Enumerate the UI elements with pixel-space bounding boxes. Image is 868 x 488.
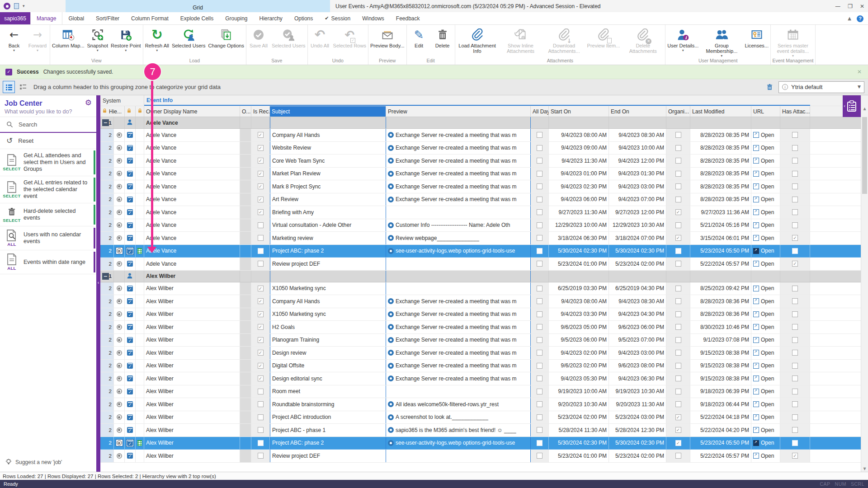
side-panel-tab[interactable]: ‹ — [843, 95, 861, 117]
cell-preview[interactable]: Exchange Server re-created a meeting tha… — [386, 347, 531, 359]
cell-all-day[interactable] — [531, 129, 549, 141]
cell-last-modified[interactable]: 9/15/2023 08:38 PM — [690, 372, 751, 385]
cell-subject[interactable]: Design editorial sync — [270, 372, 386, 385]
open-link-icon[interactable] — [753, 389, 759, 394]
scroll-down-icon[interactable]: ▼ — [863, 467, 866, 471]
cell-subject[interactable]: Art Review — [270, 193, 386, 206]
is-recurring-checkbox[interactable] — [258, 197, 264, 202]
event-row[interactable]: 2✓Alex WilberRoundtable brainstormingAll… — [100, 398, 868, 411]
open-link-icon[interactable] — [753, 337, 759, 343]
cell-start-on[interactable]: 9/5/2023 06:00 PM — [549, 334, 609, 347]
row-calendar-cell[interactable]: ✓ — [125, 142, 136, 155]
all-day-checkbox[interactable] — [537, 414, 542, 420]
scroll-up-icon[interactable]: ▲ — [863, 107, 866, 111]
cell-is-recurring[interactable] — [251, 398, 270, 411]
cell-preview[interactable]: Customer Info -------------------- Name:… — [386, 219, 531, 232]
open-link-icon[interactable] — [753, 158, 759, 164]
cell-start-on[interactable]: 9/20/2023 10:30 AM — [549, 398, 609, 411]
has-attachments-checkbox[interactable] — [792, 222, 798, 228]
cell-o[interactable] — [240, 360, 251, 372]
cell-preview[interactable] — [386, 385, 531, 398]
row-calendar-cell[interactable]: ✓ — [125, 282, 136, 295]
selected-users-button[interactable]: Selected Users — [170, 25, 207, 48]
cell-has-attachments[interactable] — [780, 155, 810, 167]
cell-url[interactable]: Open — [751, 232, 780, 244]
is-recurring-checkbox[interactable] — [258, 222, 264, 228]
cell-organizer[interactable] — [666, 321, 690, 333]
band-system[interactable]: System — [100, 95, 144, 106]
expand-panel-icon[interactable]: ‹ — [844, 104, 845, 108]
is-recurring-checkbox[interactable] — [258, 145, 264, 151]
has-attachments-checkbox[interactable] — [792, 440, 798, 446]
has-attachments-checkbox[interactable] — [792, 158, 798, 164]
cell-url[interactable]: Open — [751, 129, 780, 141]
open-link-icon[interactable] — [753, 197, 759, 202]
cell-end-on[interactable]: 9/6/2023 06:00 PM — [609, 321, 666, 333]
cell-last-modified[interactable]: 3/15/2024 06:01 PM — [690, 232, 751, 244]
row-calendar-cell[interactable]: ✓ — [125, 129, 136, 141]
cell-preview[interactable]: A screenshot to look at.____________ — [386, 411, 531, 424]
vertical-scrollbar[interactable]: ▲ ▼ — [861, 95, 868, 472]
hierarchy-level-cell[interactable]: 2 — [100, 219, 114, 232]
row-type-cell[interactable] — [114, 232, 125, 244]
is-recurring-checkbox[interactable] — [258, 401, 264, 407]
cell-has-attachments[interactable] — [780, 129, 810, 141]
cell-all-day[interactable] — [531, 180, 549, 193]
row-calendar-cell[interactable]: ✓ — [125, 219, 136, 232]
cell-url[interactable]: Open — [751, 142, 780, 155]
collapse-sidebar-icon[interactable]: ‹ — [96, 280, 100, 285]
column-header-hierhead[interactable]: Hie... — [100, 106, 125, 117]
cell-owner[interactable]: Alex Wilber — [144, 450, 240, 462]
has-attachments-checkbox[interactable] — [792, 389, 798, 394]
row-calendar-cell[interactable]: ✓ — [125, 372, 136, 385]
cell-has-attachments[interactable] — [780, 308, 810, 321]
row-type-cell[interactable] — [114, 258, 125, 270]
organizer-checkbox[interactable] — [675, 440, 681, 446]
column-header-preview[interactable]: Preview — [386, 106, 531, 117]
row-type-cell[interactable] — [114, 360, 125, 372]
organizer-checkbox[interactable] — [675, 235, 681, 241]
cell-is-recurring[interactable] — [251, 232, 270, 244]
is-recurring-checkbox[interactable] — [258, 183, 264, 189]
row-type-cell[interactable] — [114, 334, 125, 347]
cell-end-on[interactable]: 9/27/2023 12:00 PM — [609, 206, 666, 219]
job-item-hard-delete-selected-events[interactable]: SELECTHard-delete selected events — [0, 203, 96, 226]
all-day-checkbox[interactable] — [537, 401, 542, 407]
row-state-cell[interactable] — [136, 245, 144, 258]
cell-all-day[interactable] — [531, 411, 549, 424]
event-row[interactable]: 2✓Alex WilberProject ABC introductionA s… — [100, 411, 868, 424]
cell-o[interactable] — [240, 129, 251, 141]
open-link-icon[interactable] — [753, 248, 759, 254]
collapse-group-icon[interactable]: − — [102, 273, 109, 280]
cell-url[interactable]: Open — [751, 282, 780, 295]
cell-organizer[interactable] — [666, 206, 690, 219]
cell-is-recurring[interactable] — [251, 180, 270, 193]
cell-owner[interactable]: Alex Wilber — [144, 360, 240, 372]
owner-group-row[interactable]: −1Adele Vance — [100, 117, 868, 129]
cell-organizer[interactable] — [666, 168, 690, 180]
cell-start-on[interactable]: 5/28/2024 11:30 AM — [549, 424, 609, 436]
tab-sort-filter[interactable]: Sort/Filter — [90, 12, 125, 24]
cell-preview[interactable]: see-user-activity-logs.webp options-grid… — [386, 245, 531, 258]
cell-url[interactable]: Open — [751, 321, 780, 333]
has-attachments-checkbox[interactable] — [792, 248, 798, 254]
cell-has-attachments[interactable] — [780, 424, 810, 436]
cell-start-on[interactable]: 9/4/2023 08:00 AM — [549, 295, 609, 308]
cell-subject[interactable]: Digital Offsite — [270, 360, 386, 372]
open-link-icon[interactable] — [753, 375, 759, 381]
cell-all-day[interactable] — [531, 142, 549, 155]
event-row[interactable]: 2✓Alex WilberDigital OffsiteExchange Ser… — [100, 360, 868, 373]
cell-all-day[interactable] — [531, 398, 549, 411]
has-attachments-checkbox[interactable] — [792, 145, 798, 151]
cell-organizer[interactable] — [666, 360, 690, 372]
cell-all-day[interactable] — [531, 385, 549, 398]
cell-has-attachments[interactable] — [780, 282, 810, 295]
row-calendar-cell[interactable]: ✓ — [125, 398, 136, 411]
cell-start-on[interactable]: 9/4/2023 01:00 PM — [549, 168, 609, 180]
cell-has-attachments[interactable] — [780, 321, 810, 333]
is-recurring-checkbox[interactable] — [258, 375, 264, 381]
row-type-cell[interactable] — [114, 245, 125, 258]
cell-url[interactable]: Open — [751, 372, 780, 385]
cell-last-modified[interactable]: 8/28/2023 08:35 PM — [690, 129, 751, 141]
organizer-checkbox[interactable] — [675, 197, 681, 202]
